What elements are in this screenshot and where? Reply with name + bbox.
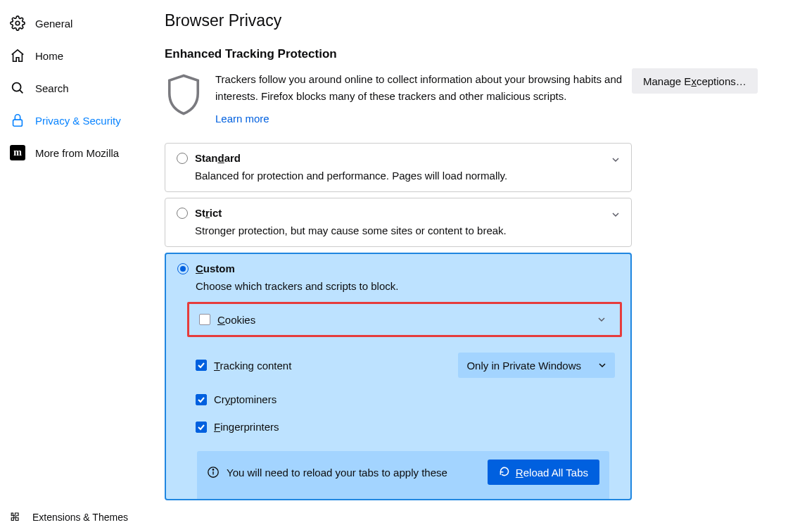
sidebar-item-extensions[interactable]: Extensions & Themes [0, 508, 155, 526]
puzzle-icon [10, 511, 23, 524]
sidebar-item-more-from-mozilla[interactable]: m More from Mozilla [0, 137, 155, 169]
cookies-label: Cookies [217, 314, 255, 326]
svg-point-1 [13, 83, 21, 91]
tracking-content-select[interactable]: Only in Private Windows [458, 353, 615, 378]
svg-point-6 [212, 469, 213, 470]
radio-icon[interactable] [177, 208, 188, 219]
nav-label: Home [35, 50, 63, 62]
level-title: Strict [195, 207, 222, 219]
page-title: Browser Privacy [165, 11, 788, 30]
search-icon [10, 80, 25, 96]
etp-heading: Enhanced Tracking Protection [165, 47, 632, 61]
chevron-down-icon [611, 154, 620, 166]
checkbox-cryptominers[interactable] [196, 394, 207, 405]
level-desc: Choose which trackers and scripts to blo… [196, 280, 619, 292]
sidebar-item-home[interactable]: Home [0, 39, 155, 72]
fingerprinters-label: Fingerprinters [214, 421, 279, 433]
home-icon [10, 48, 25, 63]
button-label: Manage Exceptions… [643, 75, 746, 87]
main-content: Browser Privacy Enhanced Tracking Protec… [155, 0, 788, 532]
level-desc: Balanced for protection and performance.… [195, 170, 620, 182]
level-desc: Stronger protection, but may cause some … [195, 224, 620, 236]
reload-info-text: You will need to reload your tabs to app… [227, 467, 447, 479]
etp-level-standard[interactable]: Standard Balanced for protection and per… [165, 143, 632, 192]
tracking-content-label: Tracking content [214, 360, 291, 372]
sidebar: General Home Search Privacy & Security [0, 0, 155, 532]
sidebar-item-privacy[interactable]: Privacy & Security [0, 104, 155, 137]
level-title: Custom [196, 262, 235, 274]
radio-icon[interactable] [177, 263, 189, 274]
info-icon [207, 466, 220, 479]
etp-level-custom: Custom Choose which trackers and scripts… [165, 253, 632, 500]
lock-icon [10, 113, 25, 128]
nav-label: General [35, 18, 72, 30]
level-title: Standard [195, 152, 241, 164]
checkbox-tracking-content[interactable] [196, 360, 207, 371]
gear-icon [10, 15, 25, 31]
radio-icon[interactable] [177, 153, 188, 164]
svg-point-0 [15, 21, 20, 25]
learn-more-link[interactable]: Learn more [215, 110, 269, 127]
reload-icon [499, 466, 510, 479]
cryptominers-label: Cryptominers [214, 393, 277, 405]
select-value: Only in Private Windows [466, 360, 581, 372]
cookies-select[interactable] [319, 310, 614, 329]
nav-label: Search [35, 82, 69, 94]
nav-label: Privacy & Security [35, 115, 121, 127]
button-label: Reload All Tabs [516, 467, 588, 479]
manage-exceptions-button[interactable]: Manage Exceptions… [632, 68, 758, 94]
chevron-down-icon [611, 209, 620, 221]
custom-cookies-row: Cookies [187, 302, 622, 337]
etp-level-strict[interactable]: Strict Stronger protection, but may caus… [165, 198, 632, 247]
nav-label: More from Mozilla [35, 147, 119, 159]
reload-all-tabs-button[interactable]: Reload All Tabs [488, 460, 599, 485]
reload-info-bar: You will need to reload your tabs to app… [197, 451, 609, 499]
sidebar-item-search[interactable]: Search [0, 72, 155, 104]
checkbox-cookies[interactable] [199, 314, 210, 325]
mozilla-icon: m [10, 145, 25, 160]
etp-description: Trackers follow you around online to col… [215, 73, 622, 102]
svg-rect-3 [13, 120, 23, 126]
svg-line-2 [20, 90, 23, 93]
nav-label: Extensions & Themes [32, 512, 128, 523]
checkbox-fingerprinters[interactable] [196, 422, 207, 433]
shield-icon [165, 72, 203, 118]
sidebar-item-general[interactable]: General [0, 7, 155, 39]
